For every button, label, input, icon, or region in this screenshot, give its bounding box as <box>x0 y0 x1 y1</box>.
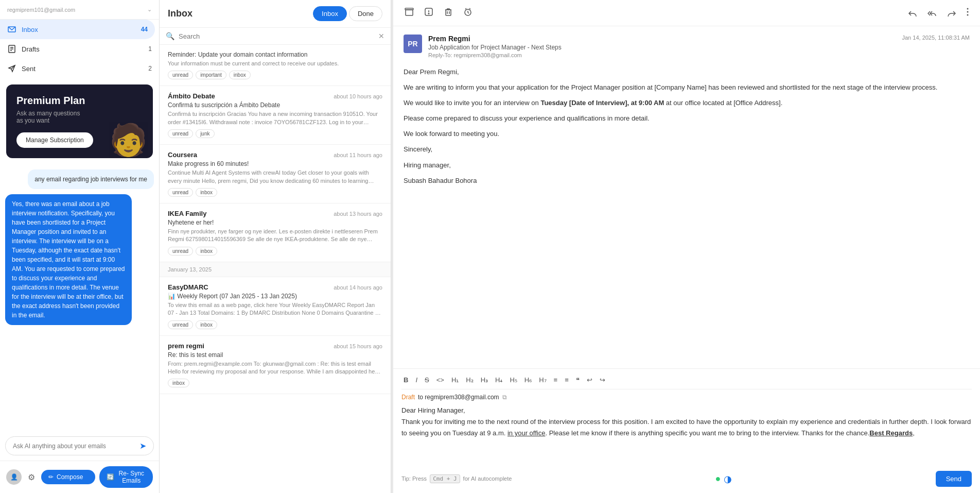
from-name: Prem Regmi <box>428 35 896 43</box>
body-line-1: Dear Prem Regmi, <box>404 66 970 78</box>
archive-button[interactable] <box>401 5 417 21</box>
email-item-header: EasyDMARC about 14 hours ago <box>168 283 382 291</box>
redo-button[interactable]: ↪ <box>598 375 607 385</box>
more-options-button[interactable] <box>964 5 972 21</box>
email-item[interactable]: Reminder: Update your domain contact inf… <box>160 45 391 86</box>
sent-badge: 2 <box>148 65 152 72</box>
italic-button[interactable]: I <box>413 375 419 385</box>
chat-input-row: ➤ <box>5 436 154 455</box>
copy-icon[interactable]: ⧉ <box>502 394 507 401</box>
chat-send-button[interactable]: ➤ <box>139 441 146 451</box>
tag-junk: junk <box>196 129 214 138</box>
middle-panel: Inbox Inbox Done 🔍 ✕ Reminder: Update yo… <box>160 0 391 493</box>
search-input[interactable] <box>179 32 374 40</box>
account-selector[interactable]: regmiprem101@gmail.com ⌄ <box>0 0 159 20</box>
email-preview: Continue Multi AI Agent Systems with cre… <box>168 169 382 185</box>
strikethrough-button[interactable]: S <box>423 375 431 385</box>
email-time: about 13 hours ago <box>334 211 382 217</box>
draft-to: to regmiprem308@gmail.com <box>418 394 499 401</box>
settings-button[interactable]: ⚙ <box>26 470 37 484</box>
h7-button[interactable]: H₇ <box>537 375 548 385</box>
body-line-3: We would like to invite you for an inter… <box>404 97 970 109</box>
h1-button[interactable]: H₁ <box>449 375 461 385</box>
email-item[interactable]: EasyDMARC about 14 hours ago 📊 Weekly Re… <box>160 277 391 336</box>
email-time: about 14 hours ago <box>334 284 382 291</box>
h2-button[interactable]: H₂ <box>464 375 475 385</box>
h3-button[interactable]: H₃ <box>479 375 490 385</box>
quote-button[interactable]: ❝ <box>574 375 582 385</box>
draft-label: Draft <box>401 394 415 401</box>
tag-row: unread junk <box>168 129 382 138</box>
tab-inbox[interactable]: Inbox <box>313 6 347 21</box>
reply-body: Thank you for inviting me to the next ro… <box>401 416 972 439</box>
inbox-icon <box>7 25 16 34</box>
h6-button[interactable]: H₆ <box>522 375 534 385</box>
email-item[interactable]: IKEA Family about 13 hours ago Nyhetene … <box>160 203 391 262</box>
delete-button[interactable] <box>441 5 456 21</box>
email-preview: From: prem.regmi@example.com To: gkunwar… <box>168 360 382 376</box>
email-subject: Nyhetene er her! <box>168 219 382 226</box>
user-message: any email regarding job interviews for m… <box>28 169 154 189</box>
body-line-5: We look forward to meeting you. <box>404 128 970 140</box>
sidebar-item-inbox[interactable]: Inbox 44 <box>0 20 155 39</box>
bold-button[interactable]: B <box>401 375 410 385</box>
email-from-row: PR Prem Regmi Job Application for Projec… <box>404 35 970 58</box>
reply-footer: Tip: Press Cmd + J for AI autocomplete ●… <box>401 471 972 487</box>
tag-inbox: inbox <box>196 320 217 329</box>
email-item[interactable]: Ámbito Debate about 10 hours ago Confirm… <box>160 86 391 145</box>
email-detail: PR Prem Regmi Job Application for Projec… <box>393 26 980 368</box>
tab-done[interactable]: Done <box>349 6 382 21</box>
tag-important: important <box>196 71 226 79</box>
tag-inbox: inbox <box>168 379 189 387</box>
sync-button[interactable]: 🔄 Re- Sync Emails <box>99 466 153 488</box>
code-button[interactable]: <> <box>434 375 446 385</box>
email-item[interactable]: prem regmi about 15 hours ago Re: this i… <box>160 336 391 395</box>
reply-text-area[interactable]: Dear Hiring Manager, Thank you for invit… <box>401 405 972 467</box>
h5-button[interactable]: H₅ <box>507 375 519 385</box>
reply-greeting: Dear Hiring Manager, <box>401 405 972 416</box>
svg-rect-12 <box>446 10 451 15</box>
reply-button[interactable] <box>905 5 920 21</box>
tag-unread: unread <box>168 129 193 138</box>
undo-button[interactable]: ↩ <box>585 375 594 385</box>
tag-row: inbox <box>168 379 382 387</box>
clear-search-icon[interactable]: ✕ <box>378 32 384 40</box>
right-panel: PR Prem Regmi Job Application for Projec… <box>393 0 980 493</box>
send-reply-button[interactable]: Send <box>936 471 972 487</box>
tag-row: unread important inbox <box>168 71 382 79</box>
ol-button[interactable]: ≡ <box>563 375 571 385</box>
email-time: about 15 hours ago <box>334 343 382 349</box>
email-item[interactable]: Coursera about 11 hours ago Make progres… <box>160 145 391 203</box>
sidebar-item-sent[interactable]: Sent 2 <box>0 59 159 78</box>
compose-button[interactable]: ✏ Compose <box>41 470 95 484</box>
draft-row: Draft to regmiprem308@gmail.com ⧉ <box>401 394 972 401</box>
email-subject: Make progress in 60 minutes! <box>168 160 382 167</box>
reply-all-button[interactable] <box>924 5 940 21</box>
svg-rect-7 <box>406 10 413 15</box>
tag-row: unread inbox <box>168 320 382 329</box>
spam-button[interactable] <box>421 5 436 21</box>
forward-button[interactable] <box>944 5 959 21</box>
reply-editor: B I S <> H₁ H₂ H₃ H₄ H₅ H₆ H₇ ≡ ≡ ❝ ↩ ↪ … <box>393 368 980 493</box>
email-preview: To view this email as a web page, click … <box>168 301 382 317</box>
right-header <box>393 0 980 26</box>
account-chevron: ⌄ <box>147 6 152 13</box>
email-sender: prem regmi <box>168 342 204 350</box>
tag-inbox: inbox <box>229 71 251 79</box>
email-preview: Finn nye produkter, nye farger og nye id… <box>168 228 382 244</box>
middle-title: Inbox <box>168 8 192 19</box>
snooze-button[interactable] <box>460 5 476 21</box>
manage-subscription-button[interactable]: Manage Subscription <box>16 132 93 148</box>
h4-button[interactable]: H₄ <box>493 375 504 385</box>
svg-point-11 <box>428 13 429 14</box>
premium-illustration: 🧑 <box>109 122 148 158</box>
chat-input[interactable] <box>13 443 135 450</box>
email-preview: Confirmá tu inscripción Gracias You have… <box>168 110 382 126</box>
email-item-header: Ámbito Debate about 10 hours ago <box>168 92 382 100</box>
tag-row: unread inbox <box>168 188 382 197</box>
email-sender: IKEA Family <box>168 210 206 217</box>
ul-button[interactable]: ≡ <box>552 375 560 385</box>
body-line-6: Sincerely, <box>404 144 970 155</box>
sidebar-item-drafts[interactable]: Drafts 1 <box>0 39 159 59</box>
editor-toolbar: B I S <> H₁ H₂ H₃ H₄ H₅ H₆ H₇ ≡ ≡ ❝ ↩ ↪ <box>401 375 972 389</box>
